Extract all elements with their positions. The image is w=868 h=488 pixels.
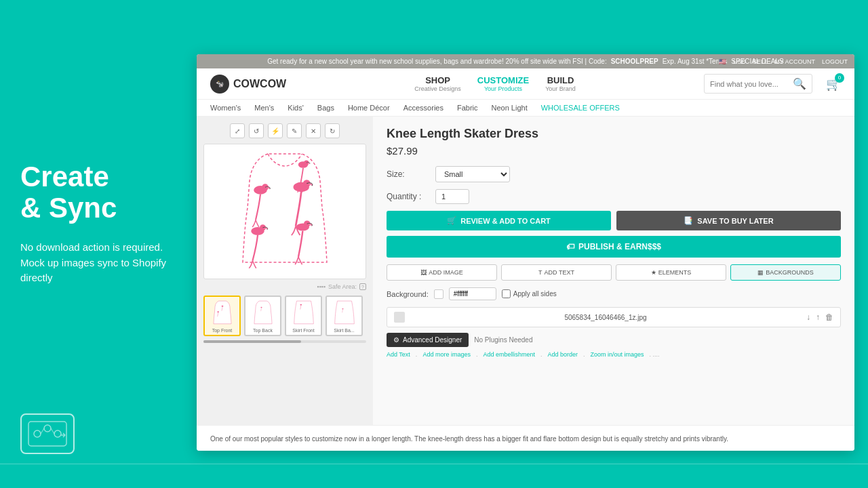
hint-add-border[interactable]: Add border (548, 351, 578, 358)
hint-zoom[interactable]: Zoom in/out images (591, 351, 644, 358)
nav-fabric[interactable]: Fabric (457, 104, 478, 112)
nav-kids[interactable]: Kids' (288, 104, 304, 112)
safe-area-info[interactable]: ? (359, 283, 366, 290)
svg-point-22 (300, 304, 302, 305)
search-input[interactable] (710, 80, 789, 88)
publish-earn-button[interactable]: 🏷 PUBLISH & EARN$$$ (387, 236, 841, 258)
product-price: $27.99 (387, 145, 841, 157)
build-label: BUILD (545, 75, 576, 85)
text-icon: T (538, 269, 542, 276)
left-panel: Create & Sync No download action is requ… (0, 0, 197, 488)
shop-sub: Creative Designs (414, 85, 461, 92)
fullscreen-btn[interactable]: ⤢ (230, 123, 245, 138)
apply-all-checkbox[interactable] (502, 289, 511, 298)
advanced-designer-button[interactable]: ⚙ Advanced Designer (387, 333, 469, 347)
bg-color-input[interactable] (449, 287, 496, 300)
filename: 5065834_16046466_1z.jpg (564, 314, 646, 321)
hint-add-embellishment[interactable]: Add embellishment (483, 351, 535, 358)
image-icon: 🖼 (420, 269, 427, 276)
safe-area-label: ▪▪▪▪ Safe Area: ? (203, 283, 366, 290)
description-list: Made from 90% Polyester, 10% Spandex Sof… (210, 449, 841, 451)
thumb-top-back-label: Top Back (253, 328, 273, 333)
nav-home-decor[interactable]: Home Décor (348, 104, 390, 112)
svg-point-23 (342, 308, 343, 308)
file-download-icon[interactable]: ↓ (806, 312, 810, 322)
site-header: 🐄 COWCOW SHOP Creative Designs CUSTOMIZE… (197, 68, 854, 100)
left-description: No download action is required. Mock up … (20, 240, 176, 286)
file-upload-icon[interactable]: ↑ (816, 312, 820, 322)
bottom-divider (0, 464, 868, 464)
elements-button[interactable]: ★ ELEMENTS (616, 264, 726, 281)
nav-womens[interactable]: Women's (210, 104, 241, 112)
nav-shop[interactable]: SHOP Creative Designs (414, 75, 461, 92)
rotate-right-btn[interactable]: ↻ (325, 123, 340, 138)
delete-btn[interactable]: ✕ (306, 123, 321, 138)
cart-button[interactable]: 🛒 0 (826, 77, 841, 92)
flag-icon: 🇺🇸 (719, 58, 726, 65)
no-plugins-label: No Plugins Needed (474, 336, 532, 344)
nav-customize[interactable]: CUSTOMIZE Your Products (477, 75, 529, 92)
nav-neon-light[interactable]: Neon Light (492, 104, 528, 112)
my-account-link[interactable]: MY ACCOUNT (774, 58, 815, 65)
product-main-image (203, 144, 366, 279)
thumb-top-front-label: Top Front (212, 328, 233, 333)
bg-color-preview (434, 289, 443, 299)
action-btn[interactable]: ⚡ (268, 123, 283, 138)
thumb-skirt-back[interactable]: Skirt Ba... (326, 296, 363, 336)
search-box[interactable]: 🔍 (704, 74, 812, 94)
review-add-to-cart-button[interactable]: 🛒 REVIEW & ADD TO CART (387, 211, 611, 230)
logout-link[interactable]: LOGOUT (822, 58, 848, 65)
file-row: 5065834_16046466_1z.jpg ↓ ↑ 🗑 (387, 307, 841, 327)
nav-build[interactable]: BUILD Your Brand (545, 75, 576, 92)
nav-mens[interactable]: Men's (254, 104, 274, 112)
quantity-input[interactable] (435, 189, 469, 204)
quantity-label: Quantity : (387, 192, 427, 201)
cart-icon-btn: 🛒 (447, 216, 456, 225)
top-bar-right: 🇺🇸 USD SELL MY ACCOUNT LOGOUT (719, 58, 848, 65)
add-text-button[interactable]: T ADD TEXT (501, 264, 612, 281)
product-image-panel: ⤢ ↺ ⚡ ✎ ✕ ↻ (197, 117, 373, 425)
svg-point-20 (217, 311, 219, 312)
background-row: Background: Apply all sides (387, 287, 841, 300)
file-delete-icon[interactable]: 🗑 (825, 312, 833, 322)
desc-item-1: Made from 90% Polyester, 10% Spandex (221, 449, 841, 451)
description-text: One of our most popular styles to custom… (210, 434, 841, 445)
svg-point-19 (221, 305, 223, 306)
advanced-designer-row: ⚙ Advanced Designer No Plugins Needed (387, 333, 841, 347)
thumb-skirt-front-label: Skirt Front (292, 328, 314, 333)
hint-add-images[interactable]: Add more images (422, 351, 471, 358)
product-details-panel: Knee Length Skater Dress $27.99 Size: Sm… (373, 117, 854, 425)
add-image-button[interactable]: 🖼 ADD IMAGE (387, 264, 497, 281)
file-thumb (394, 312, 405, 323)
apply-all-label: Apply all sides (513, 290, 557, 298)
shop-label: SHOP (414, 75, 461, 85)
logo[interactable]: 🐄 COWCOW (210, 75, 286, 94)
thumb-top-front[interactable]: Top Front (203, 296, 241, 336)
save-to-buy-later-button[interactable]: 📑 SAVE TO BUY LATER (616, 211, 841, 230)
rotate-left-btn[interactable]: ↺ (249, 123, 264, 138)
svg-point-1 (34, 430, 41, 437)
left-heading: Create & Sync (20, 161, 176, 224)
nav-bags[interactable]: Bags (317, 104, 334, 112)
logo-text: COWCOW (233, 78, 286, 90)
usd-label[interactable]: USD (733, 58, 746, 65)
grid-icon: ▦ (757, 269, 764, 276)
nav-accessories[interactable]: Accessories (403, 104, 443, 112)
thumb-skirt-front[interactable]: Skirt Front (285, 296, 322, 336)
expiry-text: Exp. Aug 31st *Terms (663, 58, 728, 65)
hint-add-text[interactable]: Add Text (387, 351, 410, 358)
nav-wholesale[interactable]: WHOLESALE OFFERS (541, 104, 620, 112)
thumb-top-back[interactable]: Top Back (244, 296, 281, 336)
svg-line-4 (41, 428, 44, 434)
backgrounds-button[interactable]: ▦ BACKGROUNDS (730, 264, 841, 281)
main-content: ⤢ ↺ ⚡ ✎ ✕ ↻ (197, 117, 854, 425)
size-select[interactable]: Small XSmall Medium Large XLarge (435, 166, 510, 182)
edit-btn[interactable]: ✎ (287, 123, 302, 138)
sell-link[interactable]: SELL (753, 58, 768, 65)
svg-point-21 (260, 306, 262, 307)
settings-icon: ⚙ (393, 336, 399, 344)
designer-tools-row: 🖼 ADD IMAGE T ADD TEXT ★ ELEMENTS ▦ BACK… (387, 264, 841, 281)
category-nav: Women's Men's Kids' Bags Home Décor Acce… (197, 100, 854, 117)
promo-code: SCHOOLPREP (611, 58, 658, 65)
star-icon: ★ (651, 269, 656, 276)
